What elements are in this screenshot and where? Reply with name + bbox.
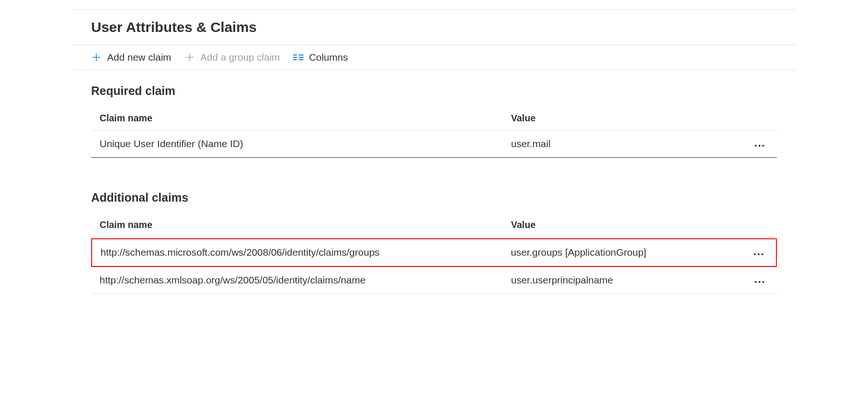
row-actions-cell — [735, 239, 776, 266]
additional-claims-table-rest: http://schemas.xmlsoap.org/ws/2005/05/id… — [91, 267, 777, 294]
required-claim-section: Required claim Claim name Value Unique U… — [72, 70, 796, 158]
columns-button[interactable]: Columns — [293, 52, 348, 63]
svg-point-10 — [755, 145, 757, 147]
column-header-value: Value — [503, 106, 736, 131]
section-title: Required claim — [91, 84, 777, 98]
columns-icon — [293, 52, 303, 63]
highlighted-row-wrapper: http://schemas.microsoft.com/ws/2008/06/… — [91, 238, 777, 267]
toolbar-label: Columns — [309, 52, 348, 63]
section-title: Additional claims — [91, 191, 777, 204]
column-header-value: Value — [503, 213, 736, 237]
add-group-claim-button: Add a group claim — [185, 52, 280, 63]
svg-point-15 — [761, 253, 763, 255]
additional-claims-row-highlighted: http://schemas.microsoft.com/ws/2008/06/… — [92, 239, 776, 266]
column-header-name: Claim name — [91, 213, 503, 237]
plus-icon — [91, 52, 101, 63]
toolbar-label: Add a group claim — [201, 52, 280, 63]
page-title: User Attributes & Claims — [72, 10, 796, 45]
claim-name-cell: Unique User Identifier (Name ID) — [91, 131, 503, 158]
column-header-actions — [736, 213, 777, 237]
more-actions-button[interactable] — [750, 251, 767, 258]
column-header-name: Claim name — [91, 106, 503, 131]
main-container: User Attributes & Claims Add new claim A… — [72, 9, 796, 294]
claim-value-cell: user.mail — [503, 131, 736, 158]
plus-icon — [185, 52, 195, 63]
column-header-actions — [736, 106, 777, 131]
claim-value-cell: user.userprincipalname — [503, 267, 736, 294]
svg-point-11 — [759, 145, 760, 147]
additional-claims-table-header: Claim name Value — [91, 213, 777, 237]
claim-value-cell: user.groups [ApplicationGroup] — [503, 239, 735, 266]
svg-point-17 — [759, 281, 760, 283]
toolbar: Add new claim Add a group claim — [72, 45, 796, 70]
more-actions-button[interactable] — [751, 142, 768, 149]
claim-name-cell: http://schemas.microsoft.com/ws/2008/06/… — [92, 239, 503, 266]
required-claims-table: Claim name Value Unique User Identifier … — [91, 106, 777, 158]
svg-point-16 — [755, 281, 757, 283]
table-row[interactable]: http://schemas.xmlsoap.org/ws/2005/05/id… — [91, 267, 777, 294]
svg-point-14 — [758, 253, 760, 255]
more-actions-button[interactable] — [751, 279, 768, 285]
additional-claims-section: Additional claims Claim name Value http:… — [72, 177, 796, 294]
row-actions-cell — [736, 131, 777, 158]
row-actions-cell — [736, 267, 777, 294]
toolbar-label: Add new claim — [107, 52, 171, 63]
svg-point-18 — [762, 281, 764, 283]
table-row[interactable]: Unique User Identifier (Name ID) user.ma… — [91, 131, 777, 158]
table-row[interactable]: http://schemas.microsoft.com/ws/2008/06/… — [92, 239, 776, 266]
add-new-claim-button[interactable]: Add new claim — [91, 52, 171, 63]
svg-point-12 — [762, 145, 764, 147]
claim-name-cell: http://schemas.xmlsoap.org/ws/2005/05/id… — [91, 267, 503, 294]
svg-point-13 — [754, 253, 756, 255]
